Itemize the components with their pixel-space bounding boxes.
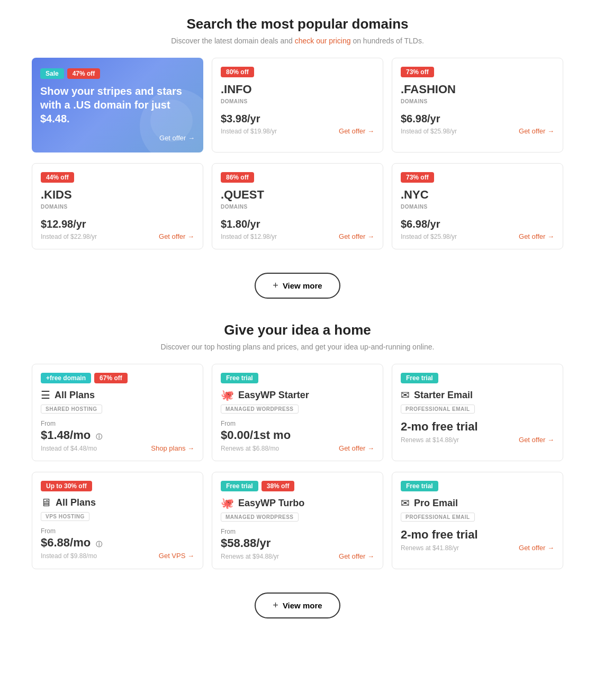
starter-email-title: Starter Email bbox=[414, 390, 473, 401]
shared-cta[interactable]: Shop plans → bbox=[151, 444, 194, 452]
nyc-cta[interactable]: Get offer → bbox=[519, 232, 554, 240]
hosting-grid-row1: +free domain 67% off ☰ All Plans SHARED … bbox=[32, 364, 563, 461]
domains-grid-row1: Sale 47% off Show your stripes and stars… bbox=[32, 58, 563, 152]
starter-email-instead: Renews at $14.88/yr bbox=[401, 436, 459, 444]
hosting-card-starter-email: Free trial ✉ Starter Email PROFESSIONAL … bbox=[392, 364, 563, 461]
hosting-view-more-button[interactable]: + View more bbox=[255, 593, 340, 618]
vps-info-icon: ⓘ bbox=[96, 541, 102, 548]
hosting-section-subtitle: Discover our top hosting plans and price… bbox=[32, 343, 563, 351]
hero-badge-row: Sale 47% off bbox=[40, 68, 195, 79]
kids-cta[interactable]: Get offer → bbox=[159, 232, 194, 240]
starter-email-price: 2-mo free trial bbox=[401, 420, 554, 434]
easywp-turbo-badge2: 38% off bbox=[262, 481, 295, 491]
quest-instead: Instead of $12.98/yr bbox=[221, 233, 277, 240]
easywp-turbo-title: EasyWP Turbo bbox=[238, 498, 304, 509]
nyc-price: $6.98/yr bbox=[401, 218, 554, 230]
kids-type: DOMAINS bbox=[41, 204, 194, 210]
hosting-card-easywp-turbo: Free trial 38% off 🐙 EasyWP Turbo MANAGE… bbox=[212, 472, 383, 569]
domain-card-info: 80% off .INFO DOMAINS $3.98/yr Instead o… bbox=[212, 58, 383, 152]
kids-instead: Instead of $22.98/yr bbox=[41, 233, 97, 240]
easywp-starter-price: $0.00/1st mo bbox=[221, 428, 374, 442]
vps-from: From bbox=[41, 527, 194, 535]
info-badge: 80% off bbox=[221, 67, 254, 77]
hero-cta[interactable]: Get offer → bbox=[159, 134, 195, 142]
vps-instead: Instead of $9.88/mo bbox=[41, 552, 97, 560]
domains-section-subtitle: Discover the latest domain deals and che… bbox=[32, 37, 563, 45]
nyc-badge: 73% off bbox=[401, 172, 434, 183]
shared-type: SHARED HOSTING bbox=[41, 405, 102, 414]
nyc-type: DOMAINS bbox=[401, 204, 554, 210]
info-price: $3.98/yr bbox=[221, 113, 374, 125]
kids-badge: 44% off bbox=[41, 172, 74, 183]
starter-email-icon: ✉ bbox=[401, 389, 410, 401]
shared-title: All Plans bbox=[55, 390, 95, 401]
easywp-turbo-icon: 🐙 bbox=[221, 497, 234, 509]
easywp-turbo-cta[interactable]: Get offer → bbox=[339, 552, 374, 560]
pro-email-title: Pro Email bbox=[414, 498, 458, 509]
hosting-grid-row2: Up to 30% off 🖥 All Plans VPS HOSTING Fr… bbox=[32, 472, 563, 569]
easywp-turbo-instead: Renews at $94.88/yr bbox=[221, 553, 279, 560]
kids-name: .KIDS bbox=[41, 188, 194, 202]
easywp-turbo-price: $58.88/yr bbox=[221, 536, 374, 550]
easywp-starter-badge: Free trial bbox=[221, 373, 258, 383]
info-name: .INFO bbox=[221, 83, 374, 96]
starter-email-cta[interactable]: Get offer → bbox=[519, 436, 554, 444]
info-type: DOMAINS bbox=[221, 98, 374, 104]
hosting-section-title: Give your idea a home bbox=[32, 322, 563, 338]
fashion-badge: 73% off bbox=[401, 67, 434, 77]
vps-icon: 🖥 bbox=[41, 497, 51, 509]
pro-email-badge: Free trial bbox=[401, 481, 438, 491]
domains-grid-row2: 44% off .KIDS DOMAINS $12.98/yr Instead … bbox=[32, 163, 563, 249]
pro-email-instead: Renews at $41.88/yr bbox=[401, 544, 459, 552]
hero-card: Sale 47% off Show your stripes and stars… bbox=[32, 58, 203, 152]
pro-email-type: PROFESSIONAL EMAIL bbox=[401, 513, 475, 522]
easywp-starter-cta[interactable]: Get offer → bbox=[339, 444, 374, 452]
pro-email-icon: ✉ bbox=[401, 497, 410, 509]
shared-badge1: +free domain bbox=[41, 373, 91, 383]
hosting-view-more-label: View more bbox=[283, 601, 322, 610]
fashion-name: .FASHION bbox=[401, 83, 554, 96]
vps-title: All Plans bbox=[56, 497, 96, 508]
plus-icon: + bbox=[273, 280, 278, 291]
shared-icon: ☰ bbox=[41, 389, 50, 401]
easywp-starter-instead: Renews at $6.88/mo bbox=[221, 445, 279, 452]
shared-instead: Instead of $4.48/mo bbox=[41, 445, 97, 452]
domain-card-fashion: 73% off .FASHION DOMAINS $6.98/yr Instea… bbox=[392, 58, 563, 152]
info-instead: Instead of $19.98/yr bbox=[221, 128, 277, 135]
domain-card-quest: 86% off .QUEST DOMAINS $1.80/yr Instead … bbox=[212, 163, 383, 249]
quest-badge: 86% off bbox=[221, 172, 254, 183]
hero-badge-sale: Sale bbox=[40, 68, 64, 79]
fashion-cta[interactable]: Get offer → bbox=[519, 127, 554, 135]
kids-price: $12.98/yr bbox=[41, 218, 194, 230]
shared-price: $1.48/mo ⓘ bbox=[41, 428, 194, 442]
info-circle-icon: ⓘ bbox=[96, 433, 102, 441]
hosting-card-shared: +free domain 67% off ☰ All Plans SHARED … bbox=[32, 364, 203, 461]
hero-badge-discount: 47% off bbox=[67, 68, 101, 79]
starter-email-type: PROFESSIONAL EMAIL bbox=[401, 405, 475, 414]
quest-price: $1.80/yr bbox=[221, 218, 374, 230]
domains-view-more-button[interactable]: + View more bbox=[255, 273, 340, 299]
vps-badge: Up to 30% off bbox=[41, 481, 92, 491]
info-cta[interactable]: Get offer → bbox=[339, 127, 374, 135]
pricing-link[interactable]: check our pricing bbox=[295, 37, 351, 45]
quest-type: DOMAINS bbox=[221, 204, 374, 210]
easywp-starter-type: MANAGED WORDPRESS bbox=[221, 405, 299, 414]
domains-view-more-label: View more bbox=[283, 281, 322, 290]
quest-name: .QUEST bbox=[221, 188, 374, 202]
quest-cta[interactable]: Get offer → bbox=[339, 232, 374, 240]
easywp-turbo-type: MANAGED WORDPRESS bbox=[221, 513, 299, 522]
vps-price: $6.88/mo ⓘ bbox=[41, 536, 194, 550]
pro-email-cta[interactable]: Get offer → bbox=[519, 544, 554, 552]
domains-section-title: Search the most popular domains bbox=[32, 16, 563, 32]
vps-cta[interactable]: Get VPS → bbox=[159, 552, 194, 560]
hosting-card-pro-email: Free trial ✉ Pro Email PROFESSIONAL EMAI… bbox=[392, 472, 563, 569]
easywp-starter-icon: 🐙 bbox=[221, 389, 234, 401]
fashion-price: $6.98/yr bbox=[401, 113, 554, 125]
hosting-card-easywp-starter: Free trial 🐙 EasyWP Starter MANAGED WORD… bbox=[212, 364, 383, 461]
nyc-instead: Instead of $25.98/yr bbox=[401, 233, 457, 240]
easywp-turbo-from: From bbox=[221, 528, 374, 535]
easywp-starter-title: EasyWP Starter bbox=[238, 390, 309, 401]
shared-badge2: 67% off bbox=[94, 373, 128, 383]
domain-card-nyc: 73% off .NYC DOMAINS $6.98/yr Instead of… bbox=[392, 163, 563, 249]
pro-email-price: 2-mo free trial bbox=[401, 528, 554, 542]
